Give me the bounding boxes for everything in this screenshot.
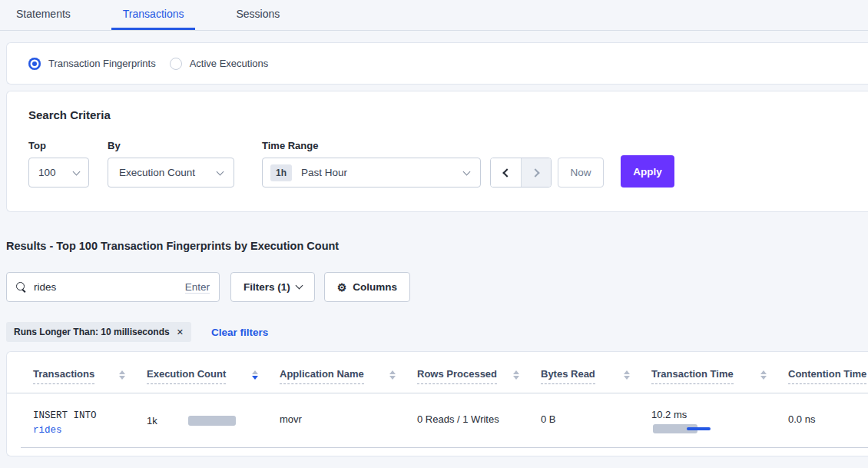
- radio-label: Transaction Fingerprints: [48, 58, 156, 69]
- remove-filter-icon[interactable]: ✕: [177, 327, 184, 337]
- filter-pill-label: Runs Longer Than: 10 milliseconds: [14, 327, 170, 337]
- column-header-label: Transaction Time: [651, 368, 734, 384]
- radio-label: Active Executions: [190, 58, 269, 69]
- clear-filters-link[interactable]: Clear filters: [211, 327, 268, 338]
- column-header-rows-processed[interactable]: Rows Processed: [417, 368, 541, 393]
- top-label: Top: [28, 140, 89, 151]
- time-window-arrows: [490, 158, 552, 188]
- rows-processed-cell: 0 Reads / 1 Writes: [417, 409, 541, 447]
- results-toolbar: Enter Filters (1) ⚙ Columns: [6, 272, 868, 302]
- radio-active-executions[interactable]: Active Executions: [170, 58, 269, 70]
- chevron-down-icon: [463, 168, 471, 175]
- transaction-statement: INSERT INTO: [33, 409, 147, 423]
- execution-count-cell: 1k: [147, 413, 280, 428]
- time-range-label: Time Range: [262, 140, 481, 151]
- top-select[interactable]: 100: [28, 158, 89, 188]
- apply-button[interactable]: Apply: [621, 155, 674, 188]
- execution-count-value: 1k: [147, 415, 157, 427]
- column-header-label: Transactions: [33, 368, 94, 384]
- table-header-row: Transactions Execution Count Application…: [7, 352, 868, 393]
- transaction-time-value: 10.2 ms: [651, 409, 788, 420]
- column-header-label: Rows Processed: [417, 368, 497, 384]
- now-button[interactable]: Now: [558, 158, 604, 188]
- contention-time-value: 0.0 ns: [788, 413, 868, 425]
- by-field: By Execution Count: [108, 140, 234, 188]
- sql-activity-tabbar: Statements Transactions Sessions: [0, 0, 868, 31]
- column-header-application-name[interactable]: Application Name: [280, 368, 417, 393]
- tab-statements[interactable]: Statements: [5, 0, 82, 30]
- column-header-label: Execution Count: [147, 368, 226, 384]
- sort-icon[interactable]: [389, 370, 396, 380]
- chevron-down-icon: [73, 168, 81, 175]
- search-criteria-title: Search Criteria: [28, 108, 868, 121]
- top-value: 100: [38, 167, 56, 178]
- column-header-transaction-time[interactable]: Transaction Time: [651, 368, 788, 393]
- transaction-time-bar: [651, 424, 721, 433]
- transaction-time-cell: 10.2 ms: [651, 409, 788, 447]
- previous-time-window-button[interactable]: [491, 158, 521, 187]
- transactions-table: Transactions Execution Count Application…: [6, 351, 868, 456]
- transaction-time-stdev-bar: [687, 427, 711, 430]
- column-header-label: Contention Time: [788, 368, 866, 384]
- sort-icon-active-desc[interactable]: [252, 370, 258, 380]
- columns-button-label: Columns: [353, 281, 397, 293]
- contention-time-cell: 0.0 ns: [788, 409, 868, 447]
- radio-unselected-icon: [170, 58, 182, 70]
- results-heading: Results - Top 100 Transaction Fingerprin…: [6, 240, 868, 252]
- transaction-fingerprint-link[interactable]: rides: [33, 423, 147, 438]
- column-header-label: Application Name: [280, 368, 364, 384]
- application-name-cell: movr: [280, 409, 417, 447]
- column-header-transactions[interactable]: Transactions: [33, 368, 147, 393]
- time-range-badge: 1h: [270, 164, 292, 181]
- tab-sessions[interactable]: Sessions: [224, 0, 291, 30]
- chevron-down-icon: [295, 282, 303, 290]
- column-header-contention-time[interactable]: Contention Time: [788, 368, 868, 393]
- bytes-read-cell: 0 B: [541, 409, 651, 447]
- search-enter-button[interactable]: Enter: [185, 281, 210, 294]
- time-range-value: Past Hour: [301, 167, 347, 178]
- search-input[interactable]: [34, 281, 185, 293]
- filter-pill: Runs Longer Than: 10 milliseconds ✕: [6, 322, 191, 342]
- bytes-read-value: 0 B: [541, 413, 651, 425]
- chevron-down-icon: [217, 168, 224, 175]
- fingerprint-search-box: Enter: [6, 272, 220, 302]
- search-criteria-card: Search Criteria Top 100 By Execution Cou…: [6, 91, 868, 212]
- time-range-field: Time Range 1h Past Hour: [262, 140, 481, 188]
- sort-icon[interactable]: [119, 370, 125, 380]
- columns-button[interactable]: ⚙ Columns: [324, 272, 410, 302]
- next-time-window-button[interactable]: [521, 158, 551, 187]
- filters-button[interactable]: Filters (1): [230, 272, 315, 302]
- execution-count-bar: [188, 416, 236, 426]
- active-filters-row: Runs Longer Than: 10 milliseconds ✕ Clea…: [6, 322, 868, 342]
- search-criteria-form: Top 100 By Execution Count Time Range 1h…: [28, 140, 868, 188]
- transaction-cell: INSERT INTO rides: [33, 409, 147, 447]
- time-range-select[interactable]: 1h Past Hour: [262, 158, 481, 188]
- sort-icon[interactable]: [760, 370, 767, 380]
- filters-button-label: Filters (1): [244, 281, 290, 293]
- sort-icon[interactable]: [513, 370, 519, 380]
- sort-icon[interactable]: [624, 370, 630, 380]
- gear-icon: ⚙: [337, 282, 347, 293]
- view-toggle-bar: Transaction Fingerprints Active Executio…: [6, 42, 868, 85]
- row-divider: [21, 447, 868, 448]
- by-select[interactable]: Execution Count: [108, 158, 234, 188]
- by-label: By: [108, 140, 234, 151]
- radio-selected-icon: [28, 58, 41, 70]
- tab-transactions[interactable]: Transactions: [111, 0, 196, 30]
- application-name-value: movr: [280, 413, 417, 425]
- column-header-label: Bytes Read: [541, 368, 595, 384]
- search-icon: [16, 282, 26, 292]
- chevron-left-icon: [502, 168, 511, 177]
- radio-transaction-fingerprints[interactable]: Transaction Fingerprints: [28, 58, 156, 70]
- chevron-right-icon: [531, 168, 539, 177]
- column-header-bytes-read[interactable]: Bytes Read: [541, 368, 651, 393]
- table-row: INSERT INTO rides 1k movr 0 Reads / 1 Wr…: [7, 393, 868, 447]
- top-field: Top 100: [28, 140, 89, 188]
- column-header-execution-count[interactable]: Execution Count: [147, 368, 280, 393]
- rows-processed-value: 0 Reads / 1 Writes: [417, 413, 541, 425]
- by-value: Execution Count: [119, 167, 195, 178]
